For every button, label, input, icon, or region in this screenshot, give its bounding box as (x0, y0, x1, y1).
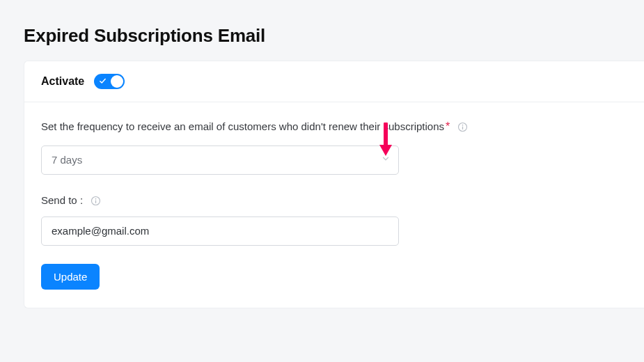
settings-card: Activate Set the frequency to receive an… (24, 61, 644, 308)
activate-label: Activate (41, 75, 84, 88)
svg-rect-6 (95, 200, 95, 203)
activate-toggle[interactable] (94, 74, 125, 89)
card-header: Activate (24, 61, 644, 102)
frequency-field: Set the frequency to receive an email of… (41, 118, 627, 175)
toggle-knob (111, 75, 123, 88)
check-icon (99, 77, 106, 84)
info-icon[interactable] (457, 122, 468, 132)
send-to-field: Send to : (41, 194, 627, 246)
send-to-input[interactable] (41, 217, 399, 246)
svg-point-1 (462, 125, 463, 126)
frequency-select[interactable]: 7 days (41, 145, 399, 175)
required-mark: * (446, 120, 450, 132)
chevron-down-icon (381, 154, 391, 166)
page-title: Expired Subscriptions Email (24, 25, 644, 47)
frequency-select-value: 7 days (52, 154, 82, 166)
info-icon[interactable] (91, 196, 101, 206)
svg-rect-2 (462, 127, 463, 130)
send-to-label: Send to : (41, 194, 83, 206)
frequency-label: Set the frequency to receive an email of… (41, 120, 444, 132)
card-body: Set the frequency to receive an email of… (24, 102, 644, 308)
svg-point-5 (95, 198, 96, 200)
update-button[interactable]: Update (41, 264, 100, 290)
